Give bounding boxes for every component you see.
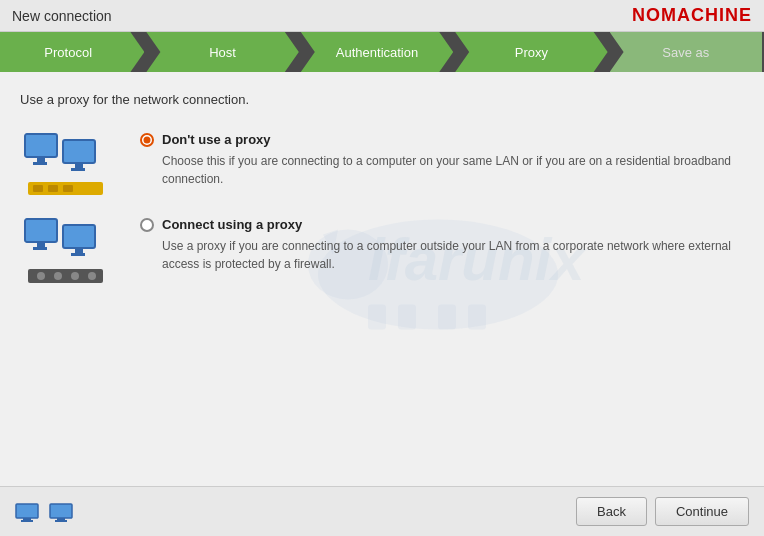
steps-bar: Protocol Host Authentication Proxy Save …	[0, 32, 764, 72]
svg-rect-18	[37, 242, 45, 247]
svg-rect-6	[468, 305, 486, 330]
svg-rect-30	[21, 520, 33, 522]
footer-icon-2	[49, 502, 75, 522]
main-content: ifarunix Use a proxy for the network con…	[0, 72, 764, 486]
no-proxy-title: Don't use a proxy	[162, 132, 271, 147]
svg-point-27	[88, 272, 96, 280]
step-proxy[interactable]: Proxy	[455, 32, 607, 72]
use-proxy-icon	[20, 217, 120, 285]
use-proxy-description: Use a proxy if you are connecting to a c…	[162, 237, 744, 273]
svg-rect-4	[398, 305, 416, 330]
page-description: Use a proxy for the network connection.	[20, 92, 744, 107]
use-proxy-radio[interactable]	[140, 218, 154, 232]
svg-rect-33	[55, 520, 67, 522]
use-proxy-title: Connect using a proxy	[162, 217, 302, 232]
svg-rect-7	[25, 134, 57, 157]
svg-rect-3	[368, 305, 386, 330]
use-proxy-content: Connect using a proxy Use a proxy if you…	[140, 217, 744, 273]
svg-point-25	[54, 272, 62, 280]
svg-rect-15	[48, 185, 58, 192]
step-save-as[interactable]: Save as	[610, 32, 762, 72]
svg-rect-19	[33, 247, 47, 250]
svg-rect-16	[63, 185, 73, 192]
svg-rect-8	[37, 157, 45, 162]
svg-rect-14	[33, 185, 43, 192]
title-bar: New connection NOMACHINE	[0, 0, 764, 32]
step-authentication[interactable]: Authentication	[301, 32, 453, 72]
window-title: New connection	[12, 8, 112, 24]
no-proxy-icon	[20, 132, 120, 197]
no-proxy-content: Don't use a proxy Choose this if you are…	[140, 132, 744, 188]
options-container: Don't use a proxy Choose this if you are…	[20, 132, 744, 285]
svg-rect-31	[50, 504, 72, 518]
svg-rect-22	[71, 253, 85, 256]
svg-rect-11	[75, 163, 83, 168]
svg-rect-12	[71, 168, 85, 171]
footer: Back Continue	[0, 486, 764, 536]
svg-rect-10	[63, 140, 95, 163]
continue-button[interactable]: Continue	[655, 497, 749, 526]
step-protocol[interactable]: Protocol	[0, 32, 144, 72]
svg-point-24	[37, 272, 45, 280]
footer-icon-1	[15, 502, 41, 522]
footer-icons	[15, 502, 75, 522]
nomachine-logo: NOMACHINE	[632, 5, 752, 26]
svg-rect-9	[33, 162, 47, 165]
svg-rect-5	[438, 305, 456, 330]
svg-rect-17	[25, 219, 57, 242]
option-use-proxy[interactable]: Connect using a proxy Use a proxy if you…	[20, 217, 744, 285]
no-proxy-description: Choose this if you are connecting to a c…	[162, 152, 744, 188]
back-button[interactable]: Back	[576, 497, 647, 526]
step-host[interactable]: Host	[146, 32, 298, 72]
svg-rect-28	[16, 504, 38, 518]
option-no-proxy[interactable]: Don't use a proxy Choose this if you are…	[20, 132, 744, 197]
svg-point-26	[71, 272, 79, 280]
svg-rect-20	[63, 225, 95, 248]
footer-buttons: Back Continue	[576, 497, 749, 526]
svg-rect-21	[75, 248, 83, 253]
no-proxy-radio[interactable]	[140, 133, 154, 147]
